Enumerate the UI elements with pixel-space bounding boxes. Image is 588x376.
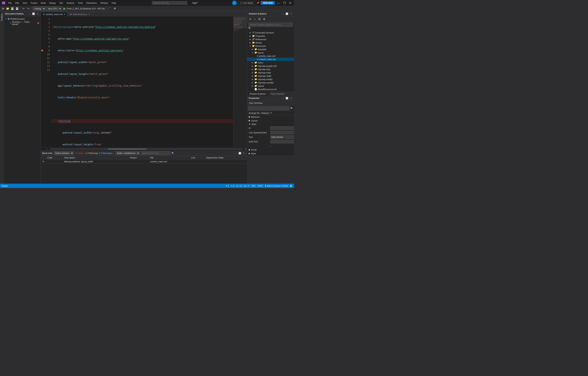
toolbar-open-btn[interactable]: 📁 xyxy=(5,6,10,11)
props-close[interactable]: ✕ xyxy=(289,96,292,100)
se-mipmap-anydpi[interactable]: ▶ 📁 mipmap-anydpi-v26 xyxy=(247,64,294,68)
se-mipmap-xxhdpi[interactable]: ▶ 📁 mipmap-xxhdpi xyxy=(247,78,294,81)
section-style[interactable]: ▶ Style xyxy=(247,152,294,155)
se-layout[interactable]: ▼ 📁 layout xyxy=(247,51,294,54)
section-behavior[interactable]: ▶ Behavior xyxy=(247,115,294,119)
prop-linespacing-value[interactable] xyxy=(270,131,294,134)
section-layout[interactable]: ▶ Layout xyxy=(247,119,294,122)
nav-forward[interactable]: → xyxy=(45,147,48,151)
notification-icon[interactable]: 🔔 xyxy=(290,185,292,187)
se-mipmap-hdpi[interactable]: ▶ 📁 mipmap-hdpi xyxy=(247,68,294,71)
col-project[interactable]: Project xyxy=(128,156,149,160)
toolbar-saveall-btn[interactable]: 💾 xyxy=(15,6,19,11)
horizontal-scrollbar[interactable] xyxy=(50,148,243,150)
undo-btn[interactable]: ↩ xyxy=(21,6,26,11)
se-content-main[interactable]: ◈ content_main.xml xyxy=(247,58,294,61)
se-values[interactable]: ▶ 📁 values xyxy=(247,84,294,88)
toolbar-settings-btn[interactable]: ⚙ xyxy=(113,6,117,11)
tab-mainactivity[interactable]: C# MainActivity.cs ✕ xyxy=(67,12,92,16)
se-aboutresources[interactable]: 📄 AboutResources.txt xyxy=(247,88,294,91)
se-menu[interactable]: ▶ 📁 menu xyxy=(247,61,294,64)
se-tab-team[interactable]: Team Explorer xyxy=(268,92,287,96)
menu-view[interactable]: View xyxy=(21,1,29,5)
section-main[interactable]: ▼ Main xyxy=(247,122,294,126)
menu-debug[interactable]: Debug xyxy=(48,1,57,5)
props-float[interactable]: ⬜ xyxy=(285,96,289,100)
props-pin[interactable]: — xyxy=(281,96,285,100)
se-home-btn[interactable]: ⌂ xyxy=(253,17,257,21)
se-close[interactable]: ✕ xyxy=(289,12,292,15)
se-mipmap-xxxhdpi[interactable]: ▶ 📁 mipmap-xxxhdpi xyxy=(247,81,294,84)
run-button[interactable]: ▶ Pixel_2_API_29 (Android 10.0 - API 29) xyxy=(62,6,106,11)
menu-analyze[interactable]: Analyze xyxy=(65,1,76,5)
close-button[interactable]: ✕ xyxy=(288,1,292,5)
global-search-input[interactable] xyxy=(152,1,187,5)
outline-textview[interactable]: T TextView — "Hello World!" xyxy=(8,20,40,26)
col-suppression[interactable]: Suppression State xyxy=(204,156,247,160)
doc-outline-pin[interactable]: — xyxy=(28,12,31,15)
toolbar-save-btn[interactable]: 💾 xyxy=(10,6,14,11)
panel-close[interactable]: ✕ xyxy=(242,152,246,155)
source-control-btn[interactable]: ⬆ Add to Source Control xyxy=(265,185,288,187)
prop-text-value[interactable] xyxy=(270,135,294,139)
panel-minimize[interactable]: — xyxy=(235,152,237,155)
prop-id-value[interactable] xyxy=(270,126,294,130)
live-share-button[interactable]: ⬡ Live Share xyxy=(238,1,255,5)
se-float[interactable]: ⬜ xyxy=(285,12,289,15)
props-search-icon[interactable]: 🔍 xyxy=(290,107,293,110)
col-line[interactable]: Line xyxy=(190,156,204,160)
menu-test[interactable]: Test xyxy=(58,1,65,5)
col-file[interactable]: File xyxy=(149,156,190,160)
minimize-button[interactable]: — xyxy=(276,1,281,5)
se-tab-solution[interactable]: Solution Explorer xyxy=(247,92,268,96)
build-filter[interactable]: Build + IntelliSense xyxy=(116,151,140,155)
code-editor[interactable]: 1 2 3 4 5 6 7 8 9 10 11 12 13 14 xyxy=(41,16,247,147)
menu-project[interactable]: Project xyxy=(29,1,39,5)
menu-window[interactable]: Window xyxy=(99,1,110,5)
nav-back[interactable]: ← xyxy=(42,147,45,151)
scope-filter[interactable]: Entire Solution xyxy=(54,151,74,155)
toolbox-tab[interactable]: Toolbox xyxy=(0,11,3,184)
tab-content-main-close[interactable]: ● xyxy=(64,13,65,15)
col-description[interactable]: Description xyxy=(63,156,128,160)
editor-text-content[interactable]: <RelativeLayout xmlns:android="http://sc… xyxy=(51,16,233,147)
expand-icon[interactable]: ⊞ xyxy=(245,148,246,150)
se-pin[interactable]: — xyxy=(281,12,285,15)
doc-outline-close[interactable]: ✕ xyxy=(36,12,39,15)
panel-float[interactable]: ⬜ xyxy=(238,152,241,155)
se-references[interactable]: ▶ 🔗 References xyxy=(247,38,294,41)
prop-toolstext-value[interactable] xyxy=(270,140,294,143)
preview-button[interactable]: PREVIEW xyxy=(261,1,275,5)
toolbar-device-btn[interactable]: 📱 xyxy=(108,6,112,11)
section-scroll[interactable]: ▶ Scroll xyxy=(247,148,294,152)
menu-build[interactable]: Build xyxy=(39,1,47,5)
se-resources[interactable]: ▼ 📁 Resources xyxy=(247,44,294,48)
error-count-btn[interactable]: ✕ 1 Error xyxy=(75,152,84,155)
error-row-1[interactable]: ✕ Missing attribute: layout_width conten… xyxy=(41,160,247,164)
outline-relativelayout[interactable]: ▼ ▦ RelativeLayout xyxy=(4,17,40,20)
toolbox-label[interactable]: Toolbox xyxy=(0,12,3,23)
se-sync-btn[interactable]: ↺ xyxy=(248,17,252,21)
menu-edit[interactable]: Edit xyxy=(14,1,21,5)
arrange-row[interactable]: Arrange By: Category ▼ xyxy=(247,111,294,115)
doc-outline-float[interactable]: ⬜ xyxy=(32,12,35,15)
se-mipmap-xhdpi[interactable]: ▶ 📁 mipmap-xhdpi xyxy=(247,74,294,78)
props-more-icon[interactable]: ⌄ xyxy=(270,145,272,147)
tab-mainactivity-close[interactable]: ✕ xyxy=(88,13,90,15)
toolbar-new-btn[interactable]: ⊕ xyxy=(1,6,5,11)
user-avatar[interactable]: U xyxy=(232,0,237,5)
se-connected-services[interactable]: ▶ ⚙ Connected Services xyxy=(247,31,294,34)
messages-count-btn[interactable]: ℹ 0 Messages xyxy=(99,152,112,155)
platform-dropdown[interactable]: Any CPU xyxy=(46,6,62,11)
se-properties[interactable]: ▶ 📁 Properties xyxy=(247,34,294,38)
warning-count-btn[interactable]: ⚠ 0 Warnings xyxy=(85,152,98,155)
menu-help[interactable]: Help xyxy=(110,1,118,5)
menu-tools[interactable]: Tools xyxy=(76,1,85,5)
maximize-button[interactable]: ❐ xyxy=(282,1,287,5)
se-search-input[interactable] xyxy=(248,22,293,27)
se-activity-main[interactable]: ◈ activity_main.xml xyxy=(247,54,294,58)
menu-extensions[interactable]: Extensions xyxy=(85,1,99,5)
props-search-input[interactable] xyxy=(248,106,289,110)
menu-file[interactable]: File xyxy=(7,1,13,5)
tab-content-main[interactable]: ◈ content_main.xml ● xyxy=(41,12,67,16)
